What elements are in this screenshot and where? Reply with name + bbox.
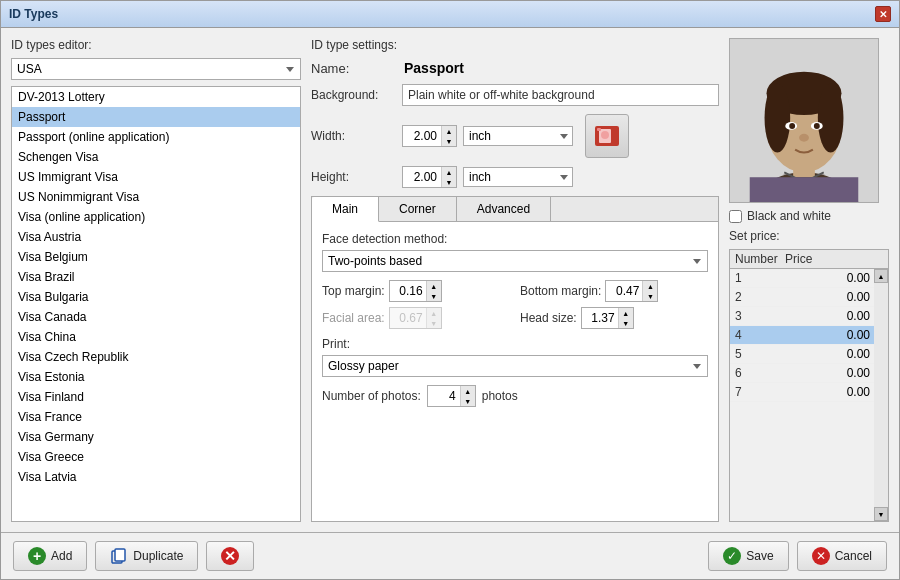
list-item[interactable]: Passport (online application) [12,127,300,147]
list-item[interactable]: Visa China [12,327,300,347]
list-item[interactable]: Visa Brazil [12,267,300,287]
list-item[interactable]: Visa Bulgaria [12,287,300,307]
width-up-arrow[interactable]: ▲ [442,126,456,136]
top-margin-up[interactable]: ▲ [427,281,441,291]
list-item[interactable]: US Immigrant Visa [12,167,300,187]
price-input[interactable] [780,288,874,306]
head-size-up[interactable]: ▲ [619,308,633,318]
id-list-container[interactable]: DV-2013 Lottery Passport Passport (onlin… [11,86,301,522]
list-item[interactable]: Visa France [12,407,300,427]
bw-checkbox[interactable] [729,210,742,223]
price-input[interactable] [780,383,874,401]
price-input[interactable] [780,326,874,344]
price-row-selected[interactable]: 4 [730,326,874,345]
price-row[interactable]: 6 [730,364,874,383]
price-input[interactable] [780,364,874,382]
facial-area-label: Facial area: [322,311,385,325]
print-dropdown[interactable]: Glossy paper Matte paper [322,355,708,377]
bw-label: Black and white [747,209,831,223]
bottom-margin-down[interactable]: ▼ [643,291,657,301]
price-cell[interactable] [780,345,874,363]
cancel-button[interactable]: ✕ Cancel [797,541,887,571]
width-unit-dropdown[interactable]: inch cm mm [463,126,573,146]
height-up-arrow[interactable]: ▲ [442,167,456,177]
list-item[interactable]: Visa Austria [12,227,300,247]
bottom-margin-spinner[interactable]: ▲ ▼ [605,280,658,302]
list-item[interactable]: Visa Estonia [12,367,300,387]
head-size-spinner[interactable]: ▲ ▼ [581,307,634,329]
bottom-margin-input[interactable] [606,281,642,301]
add-button[interactable]: + Add [13,541,87,571]
top-margin-spinner[interactable]: ▲ ▼ [389,280,442,302]
price-cell[interactable] [780,269,874,287]
bottom-margin-field: Bottom margin: ▲ ▼ [520,280,708,302]
head-size-input[interactable] [582,308,618,328]
price-row[interactable]: 5 [730,345,874,364]
width-spinner[interactable]: ▲ ▼ [402,125,457,147]
price-cell[interactable] [780,383,874,401]
list-item[interactable]: Visa Greece [12,447,300,467]
middle-panel: ID type settings: Name: Passport Backgro… [311,38,719,522]
height-unit-dropdown[interactable]: inch cm mm [463,167,573,187]
width-down-arrow[interactable]: ▼ [442,136,456,146]
price-row[interactable]: 1 [730,269,874,288]
list-item[interactable]: Visa Latvia [12,467,300,487]
list-item[interactable]: Visa (online application) [12,207,300,227]
duplicate-button-label: Duplicate [133,549,183,563]
background-input[interactable] [402,84,719,106]
list-item[interactable]: Visa Belgium [12,247,300,267]
price-table-body: 1 2 3 4 [730,269,874,521]
head-size-down[interactable]: ▼ [619,318,633,328]
bottom-margin-up[interactable]: ▲ [643,281,657,291]
svg-rect-18 [115,549,125,561]
save-button[interactable]: ✓ Save [708,541,788,571]
list-item[interactable]: US Nonimmigrant Visa [12,187,300,207]
num-photos-down[interactable]: ▼ [461,396,475,406]
price-row[interactable]: 7 [730,383,874,402]
scroll-up-btn[interactable]: ▲ [874,269,888,283]
width-input[interactable] [403,127,441,145]
photo-preview [729,38,879,203]
price-cell[interactable] [780,364,874,382]
price-row[interactable]: 2 [730,288,874,307]
list-item[interactable]: Schengen Visa [12,147,300,167]
height-input[interactable] [403,168,441,186]
height-spinner[interactable]: ▲ ▼ [402,166,457,188]
scroll-down-btn[interactable]: ▼ [874,507,888,521]
price-table-scrollbar[interactable]: ▲ ▼ [874,269,888,521]
facial-area-spinner[interactable]: ▲ ▼ [389,307,442,329]
delete-button[interactable]: ✕ [206,541,254,571]
window-close-button[interactable]: ✕ [875,6,891,22]
bottom-margin-label: Bottom margin: [520,284,601,298]
num-photos-up[interactable]: ▲ [461,386,475,396]
top-margin-down[interactable]: ▼ [427,291,441,301]
tab-main[interactable]: Main [312,197,379,222]
price-cell[interactable] [780,307,874,325]
list-item[interactable]: Visa Germany [12,427,300,447]
list-item[interactable]: Visa Canada [12,307,300,327]
num-photos-input[interactable] [428,386,460,406]
list-item[interactable]: Visa Czech Republik [12,347,300,367]
list-item[interactable]: Visa Finland [12,387,300,407]
list-item[interactable]: Passport [12,107,300,127]
name-row: Name: Passport [311,60,719,76]
list-item[interactable]: DV-2013 Lottery [12,87,300,107]
country-dropdown[interactable]: USA [11,58,301,80]
duplicate-button[interactable]: Duplicate [95,541,198,571]
price-input[interactable] [780,345,874,363]
price-cell[interactable] [780,288,874,306]
price-row[interactable]: 3 [730,307,874,326]
svg-point-14 [814,123,820,129]
facial-area-down: ▼ [427,318,441,328]
save-icon: ✓ [723,547,741,565]
price-input[interactable] [780,307,874,325]
top-margin-input[interactable] [390,281,426,301]
height-down-arrow[interactable]: ▼ [442,177,456,187]
tab-corner[interactable]: Corner [379,197,457,221]
tab-advanced[interactable]: Advanced [457,197,551,221]
num-photos-spinner[interactable]: ▲ ▼ [427,385,476,407]
price-cell[interactable] [780,326,874,344]
price-input[interactable] [780,269,874,287]
face-detection-dropdown[interactable]: Two-points based Auto [322,250,708,272]
photo-icon-button[interactable] [585,114,629,158]
